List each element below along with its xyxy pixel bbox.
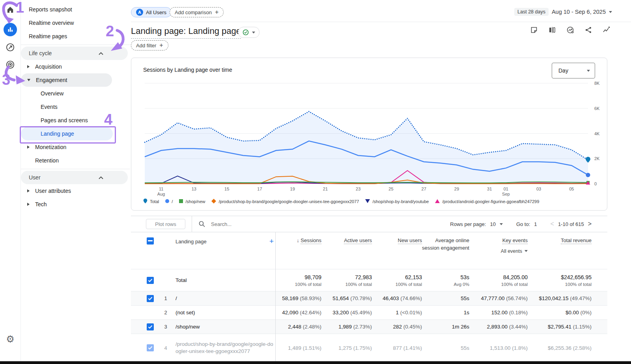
insights-icon[interactable] bbox=[566, 26, 574, 35]
sidebar-item-overview[interactable]: Overview bbox=[21, 87, 130, 100]
add-filter-button[interactable]: Add filter + bbox=[131, 40, 168, 50]
reports-icon[interactable] bbox=[4, 23, 17, 36]
column-header[interactable]: Key events bbox=[502, 237, 528, 244]
legend-item[interactable]: /shop/shop-by-brand/youtube bbox=[365, 199, 429, 204]
row-checkbox[interactable] bbox=[147, 323, 154, 330]
sessions-chart-card: Sessions by Landing page over time Day 0… bbox=[131, 58, 607, 211]
add-comparison-button[interactable]: Add comparison + bbox=[170, 7, 224, 17]
svg-text:25: 25 bbox=[388, 187, 393, 191]
column-header[interactable]: Active users bbox=[344, 237, 372, 244]
add-dimension-icon[interactable]: + bbox=[269, 237, 274, 246]
sidebar-item-tech[interactable]: Tech bbox=[21, 198, 130, 211]
legend-item[interactable]: / bbox=[165, 199, 173, 204]
svg-text:2K: 2K bbox=[594, 156, 600, 161]
table-row[interactable]: 4/product/shop-by-brand/google/google-do… bbox=[131, 334, 607, 362]
table-row[interactable]: 1/58,169 (58.93%)51,654 (70.78%)46,403 (… bbox=[131, 291, 607, 306]
legend-item[interactable]: Total bbox=[143, 198, 159, 204]
chevron-down-icon[interactable] bbox=[500, 223, 503, 225]
legend-item[interactable]: /product/android-googler-figurine-ggoeaf… bbox=[435, 199, 539, 204]
prev-page-icon[interactable]: < bbox=[551, 220, 554, 228]
svg-text:29: 29 bbox=[454, 187, 459, 191]
legend-drop-marker bbox=[143, 198, 147, 204]
svg-text:03: 03 bbox=[536, 187, 541, 191]
sidebar-item-engagement[interactable]: Engagement bbox=[21, 73, 112, 87]
metric-cell: 55s bbox=[422, 295, 469, 301]
home-icon[interactable] bbox=[6, 6, 15, 14]
granularity-select[interactable]: Day bbox=[552, 63, 595, 78]
legend-item[interactable]: /product/shop-by-brand/google/google-doo… bbox=[211, 199, 359, 204]
explore-icon[interactable] bbox=[6, 43, 15, 52]
column-header[interactable]: Average online session engagement bbox=[422, 237, 469, 251]
annotation-number-3: 3 bbox=[2, 72, 10, 87]
dimension-header[interactable]: Landing page bbox=[175, 239, 207, 245]
totals-cell: $242,656.95100% of total bbox=[528, 274, 592, 287]
chevron-down-icon bbox=[587, 70, 590, 72]
table-row[interactable]: 2(not set)42,090 (42.64%)33,200 (45.49%)… bbox=[131, 306, 607, 320]
column-header[interactable]: New users bbox=[398, 237, 422, 244]
sidebar-item-landing-page[interactable]: Landing page bbox=[21, 127, 113, 140]
legend-item[interactable]: /shop/new bbox=[179, 199, 205, 204]
expanded-triangle-icon[interactable] bbox=[27, 79, 30, 81]
totals-cell: 53sAvg 0% bbox=[422, 274, 469, 287]
data-quality-pill[interactable] bbox=[238, 27, 259, 38]
sidebar-item-reports-snapshot[interactable]: Reports snapshot bbox=[21, 3, 130, 16]
all-users-segment-chip[interactable]: A All Users bbox=[131, 7, 172, 17]
next-page-icon[interactable]: > bbox=[588, 220, 592, 228]
chevron-up-icon[interactable] bbox=[99, 50, 103, 56]
sessions-line-chart[interactable]: 02K4K6K8K11Aug1315171921232527293101Sep0… bbox=[142, 80, 608, 202]
landing-page-name: /shop/new bbox=[174, 323, 275, 330]
sidebar-item-life-cycle[interactable]: Life cycle bbox=[21, 47, 128, 60]
sidebar-item-monetization[interactable]: Monetization bbox=[21, 140, 130, 154]
sidebar-item-user[interactable]: User bbox=[21, 171, 128, 184]
sparkline-icon[interactable] bbox=[603, 26, 610, 35]
metric-cell: $2,795.41 (1.15%) bbox=[528, 324, 592, 330]
svg-text:Sep: Sep bbox=[502, 192, 510, 196]
page-title[interactable]: Landing page: Landing page bbox=[131, 26, 241, 39]
totals-cell: 72,983100% of total bbox=[321, 274, 372, 287]
collapsed-triangle-icon[interactable] bbox=[27, 203, 30, 206]
sidebar-item-acquisition[interactable]: Acquisition bbox=[21, 60, 130, 73]
advertising-icon[interactable] bbox=[6, 60, 15, 69]
legend-circle-marker bbox=[165, 199, 169, 204]
sidebar-item-events[interactable]: Events bbox=[21, 100, 130, 114]
row-index: 2 bbox=[158, 310, 174, 315]
row-checkbox[interactable] bbox=[147, 277, 154, 284]
topbar-divider bbox=[131, 22, 631, 22]
settings-gear-icon[interactable]: ⚙ bbox=[6, 334, 15, 344]
plot-rows-button[interactable]: Plot rows bbox=[146, 219, 185, 229]
column-header[interactable]: Total revenue bbox=[561, 237, 592, 244]
pagination-range: 1-10 of 615 bbox=[558, 221, 584, 227]
svg-text:6K: 6K bbox=[594, 106, 600, 111]
date-range-picker[interactable]: Last 28 days Aug 10 - Sep 6, 2025 bbox=[514, 8, 612, 16]
sidebar-item-pages-and-screens[interactable]: Pages and screens bbox=[21, 114, 130, 127]
metric-cell: $0.00 (0%) bbox=[528, 310, 592, 315]
column-header[interactable]: Sessions bbox=[301, 237, 321, 244]
compare-reports-icon[interactable] bbox=[548, 26, 556, 35]
metric-cell: 46,403 (74.66%) bbox=[372, 295, 422, 301]
collapsed-triangle-icon[interactable] bbox=[27, 189, 30, 192]
sidebar-item-retention[interactable]: Retention bbox=[21, 154, 130, 167]
svg-text:17: 17 bbox=[257, 187, 262, 191]
note-icon[interactable] bbox=[530, 26, 538, 35]
row-checkbox[interactable] bbox=[147, 295, 154, 302]
app-rail: ⚙ bbox=[0, 0, 21, 361]
legend-triangle-down-marker bbox=[365, 199, 370, 204]
row-checkbox[interactable] bbox=[147, 344, 154, 351]
collapsed-triangle-icon[interactable] bbox=[27, 65, 30, 68]
sidebar-item-user-attributes[interactable]: User attributes bbox=[21, 184, 130, 198]
metric-cell: 1,489 (1.51%) bbox=[275, 345, 321, 351]
collapsed-triangle-icon[interactable] bbox=[27, 146, 30, 149]
chevron-up-icon[interactable] bbox=[99, 174, 103, 181]
share-icon[interactable] bbox=[584, 26, 592, 35]
search-input[interactable] bbox=[210, 221, 275, 228]
goto-value[interactable]: 1 bbox=[534, 221, 537, 227]
events-filter[interactable]: All events bbox=[501, 248, 528, 255]
legend-square-marker bbox=[179, 199, 183, 204]
rows-per-page-value[interactable]: 10 bbox=[490, 221, 495, 227]
svg-text:23: 23 bbox=[356, 187, 360, 191]
totals-cell: 84,205.00100% of total bbox=[469, 274, 528, 287]
controls-divider bbox=[192, 216, 192, 232]
select-all-checkbox[interactable] bbox=[147, 237, 154, 245]
table-row[interactable]: 3/shop/new2,448 (2.48%)1,989 (2.73%)282 … bbox=[131, 320, 607, 334]
rows-per-page-label: Rows per page: bbox=[450, 221, 486, 227]
